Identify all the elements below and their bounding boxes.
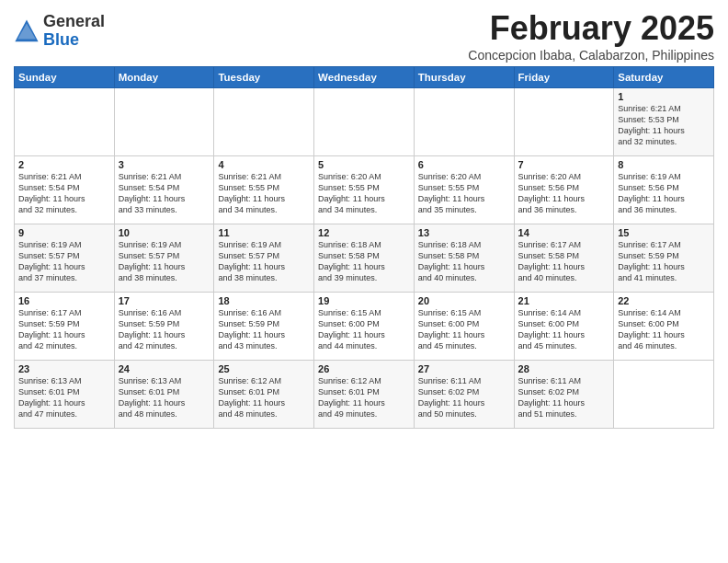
calendar-cell: 2Sunrise: 6:21 AM Sunset: 5:54 PM Daylig… xyxy=(15,156,115,224)
day-info: Sunrise: 6:17 AM Sunset: 5:59 PM Dayligh… xyxy=(18,307,110,352)
weekday-header-sunday: Sunday xyxy=(15,67,115,88)
day-info: Sunrise: 6:21 AM Sunset: 5:54 PM Dayligh… xyxy=(119,171,210,216)
day-number: 17 xyxy=(119,295,210,306)
calendar-cell: 17Sunrise: 6:16 AM Sunset: 5:59 PM Dayli… xyxy=(114,293,214,361)
day-number: 5 xyxy=(318,159,410,170)
day-info: Sunrise: 6:14 AM Sunset: 6:00 PM Dayligh… xyxy=(518,307,610,352)
title-block: February 2025 Concepcion Ibaba, Calabarz… xyxy=(468,9,714,63)
page: General Blue February 2025 Concepcion Ib… xyxy=(0,0,728,563)
day-info: Sunrise: 6:19 AM Sunset: 5:57 PM Dayligh… xyxy=(18,239,110,284)
calendar-cell: 13Sunrise: 6:18 AM Sunset: 5:58 PM Dayli… xyxy=(414,224,514,293)
day-info: Sunrise: 6:15 AM Sunset: 6:00 PM Dayligh… xyxy=(418,307,510,352)
week-row-4: 23Sunrise: 6:13 AM Sunset: 6:01 PM Dayli… xyxy=(15,361,714,429)
calendar-cell: 3Sunrise: 6:21 AM Sunset: 5:54 PM Daylig… xyxy=(114,156,214,224)
day-info: Sunrise: 6:21 AM Sunset: 5:55 PM Dayligh… xyxy=(218,171,310,216)
calendar-cell: 8Sunrise: 6:19 AM Sunset: 5:56 PM Daylig… xyxy=(614,156,714,224)
day-number: 1 xyxy=(618,91,710,102)
day-info: Sunrise: 6:14 AM Sunset: 6:00 PM Dayligh… xyxy=(618,307,710,352)
weekday-header-friday: Friday xyxy=(514,67,614,88)
week-row-0: 1Sunrise: 6:21 AM Sunset: 5:53 PM Daylig… xyxy=(15,88,714,156)
day-number: 19 xyxy=(318,295,410,306)
calendar-cell: 10Sunrise: 6:19 AM Sunset: 5:57 PM Dayli… xyxy=(114,224,214,293)
calendar-cell: 14Sunrise: 6:17 AM Sunset: 5:58 PM Dayli… xyxy=(514,224,614,293)
calendar-subtitle: Concepcion Ibaba, Calabarzon, Philippine… xyxy=(468,48,714,63)
day-number: 25 xyxy=(218,363,310,374)
day-number: 7 xyxy=(518,159,610,170)
calendar-table: SundayMondayTuesdayWednesdayThursdayFrid… xyxy=(14,66,714,429)
calendar-cell xyxy=(314,88,415,156)
calendar-cell: 6Sunrise: 6:20 AM Sunset: 5:55 PM Daylig… xyxy=(414,156,514,224)
calendar-cell: 20Sunrise: 6:15 AM Sunset: 6:00 PM Dayli… xyxy=(414,293,514,361)
day-number: 15 xyxy=(618,227,710,238)
day-number: 9 xyxy=(18,227,110,238)
day-info: Sunrise: 6:16 AM Sunset: 5:59 PM Dayligh… xyxy=(218,307,310,352)
day-info: Sunrise: 6:20 AM Sunset: 5:55 PM Dayligh… xyxy=(318,171,410,216)
day-info: Sunrise: 6:19 AM Sunset: 5:57 PM Dayligh… xyxy=(218,239,310,284)
day-number: 6 xyxy=(418,159,510,170)
day-info: Sunrise: 6:12 AM Sunset: 6:01 PM Dayligh… xyxy=(318,375,410,420)
day-number: 11 xyxy=(218,227,310,238)
day-info: Sunrise: 6:13 AM Sunset: 6:01 PM Dayligh… xyxy=(119,375,210,420)
calendar-cell: 7Sunrise: 6:20 AM Sunset: 5:56 PM Daylig… xyxy=(514,156,614,224)
calendar-cell: 5Sunrise: 6:20 AM Sunset: 5:55 PM Daylig… xyxy=(314,156,415,224)
calendar-cell: 16Sunrise: 6:17 AM Sunset: 5:59 PM Dayli… xyxy=(15,293,115,361)
header: General Blue February 2025 Concepcion Ib… xyxy=(14,9,714,63)
day-info: Sunrise: 6:18 AM Sunset: 5:58 PM Dayligh… xyxy=(318,239,410,284)
week-row-2: 9Sunrise: 6:19 AM Sunset: 5:57 PM Daylig… xyxy=(15,224,714,293)
calendar-cell xyxy=(414,88,514,156)
day-number: 23 xyxy=(18,363,110,374)
day-number: 21 xyxy=(518,295,610,306)
day-info: Sunrise: 6:21 AM Sunset: 5:53 PM Dayligh… xyxy=(618,103,710,148)
day-number: 12 xyxy=(318,227,410,238)
day-number: 13 xyxy=(418,227,510,238)
calendar-cell xyxy=(614,361,714,429)
calendar-cell: 27Sunrise: 6:11 AM Sunset: 6:02 PM Dayli… xyxy=(414,361,514,429)
day-info: Sunrise: 6:17 AM Sunset: 5:58 PM Dayligh… xyxy=(518,239,610,284)
day-number: 20 xyxy=(418,295,510,306)
day-number: 24 xyxy=(119,363,210,374)
day-number: 22 xyxy=(618,295,710,306)
day-number: 3 xyxy=(119,159,210,170)
calendar-cell: 28Sunrise: 6:11 AM Sunset: 6:02 PM Dayli… xyxy=(514,361,614,429)
day-info: Sunrise: 6:20 AM Sunset: 5:55 PM Dayligh… xyxy=(418,171,510,216)
calendar-cell: 25Sunrise: 6:12 AM Sunset: 6:01 PM Dayli… xyxy=(214,361,314,429)
calendar-cell xyxy=(214,88,314,156)
day-number: 28 xyxy=(518,363,610,374)
day-info: Sunrise: 6:15 AM Sunset: 6:00 PM Dayligh… xyxy=(318,307,410,352)
day-info: Sunrise: 6:20 AM Sunset: 5:56 PM Dayligh… xyxy=(518,171,610,216)
day-info: Sunrise: 6:11 AM Sunset: 6:02 PM Dayligh… xyxy=(418,375,510,420)
calendar-cell xyxy=(15,88,115,156)
weekday-header-saturday: Saturday xyxy=(614,67,714,88)
calendar-cell: 19Sunrise: 6:15 AM Sunset: 6:00 PM Dayli… xyxy=(314,293,415,361)
day-number: 16 xyxy=(18,295,110,306)
day-number: 8 xyxy=(618,159,710,170)
day-info: Sunrise: 6:18 AM Sunset: 5:58 PM Dayligh… xyxy=(418,239,510,284)
weekday-header-wednesday: Wednesday xyxy=(314,67,415,88)
day-number: 14 xyxy=(518,227,610,238)
logo-text: General Blue xyxy=(43,13,105,50)
day-info: Sunrise: 6:19 AM Sunset: 5:56 PM Dayligh… xyxy=(618,171,710,216)
calendar-cell: 23Sunrise: 6:13 AM Sunset: 6:01 PM Dayli… xyxy=(15,361,115,429)
calendar-cell: 21Sunrise: 6:14 AM Sunset: 6:00 PM Dayli… xyxy=(514,293,614,361)
svg-marker-1 xyxy=(17,23,36,39)
day-number: 10 xyxy=(119,227,210,238)
day-number: 2 xyxy=(18,159,110,170)
day-info: Sunrise: 6:12 AM Sunset: 6:01 PM Dayligh… xyxy=(218,375,310,420)
weekday-header-tuesday: Tuesday xyxy=(214,67,314,88)
calendar-cell: 22Sunrise: 6:14 AM Sunset: 6:00 PM Dayli… xyxy=(614,293,714,361)
calendar-title: February 2025 xyxy=(468,9,714,48)
calendar-cell: 24Sunrise: 6:13 AM Sunset: 6:01 PM Dayli… xyxy=(114,361,214,429)
day-info: Sunrise: 6:21 AM Sunset: 5:54 PM Dayligh… xyxy=(18,171,110,216)
day-number: 18 xyxy=(218,295,310,306)
calendar-cell: 12Sunrise: 6:18 AM Sunset: 5:58 PM Dayli… xyxy=(314,224,415,293)
calendar-cell: 4Sunrise: 6:21 AM Sunset: 5:55 PM Daylig… xyxy=(214,156,314,224)
calendar-cell xyxy=(514,88,614,156)
logo-general: General xyxy=(43,13,105,31)
day-info: Sunrise: 6:19 AM Sunset: 5:57 PM Dayligh… xyxy=(119,239,210,284)
calendar-cell: 11Sunrise: 6:19 AM Sunset: 5:57 PM Dayli… xyxy=(214,224,314,293)
calendar-cell: 1Sunrise: 6:21 AM Sunset: 5:53 PM Daylig… xyxy=(614,88,714,156)
day-number: 27 xyxy=(418,363,510,374)
calendar-cell: 26Sunrise: 6:12 AM Sunset: 6:01 PM Dayli… xyxy=(314,361,415,429)
day-info: Sunrise: 6:17 AM Sunset: 5:59 PM Dayligh… xyxy=(618,239,710,284)
logo-icon xyxy=(14,18,40,44)
